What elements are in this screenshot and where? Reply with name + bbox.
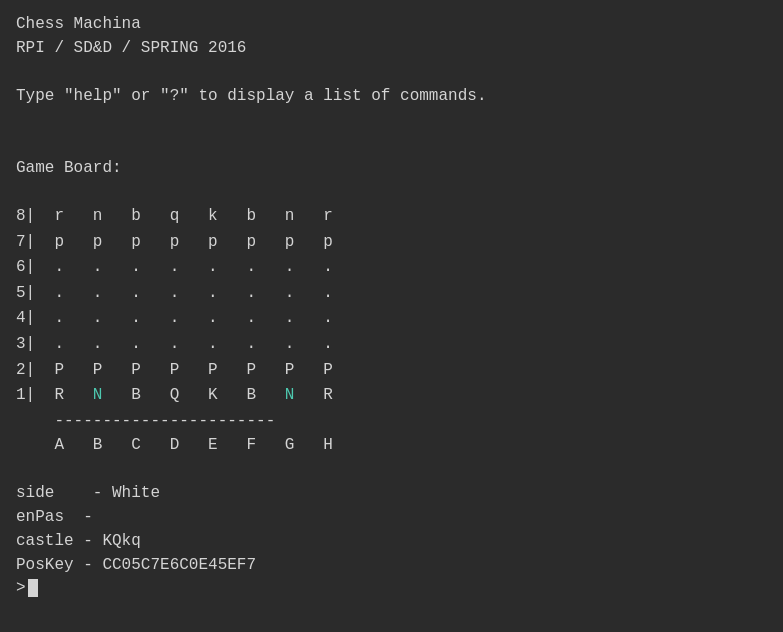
files-line: A B C D E F G H bbox=[16, 433, 767, 457]
knight-cyan-2: N bbox=[285, 386, 295, 404]
knight-cyan-1: N bbox=[93, 386, 103, 404]
game-board-label: Game Board: bbox=[16, 156, 767, 180]
board-row-8: 8| r n b q k b n r bbox=[16, 204, 767, 230]
board-row-5: 5| . . . . . . . . bbox=[16, 281, 767, 307]
help-text: Type "help" or "?" to display a list of … bbox=[16, 84, 767, 108]
subtitle-line: RPI / SD&D / SPRING 2016 bbox=[16, 36, 767, 60]
prompt-line[interactable]: > bbox=[16, 579, 767, 597]
empty-line-3 bbox=[16, 132, 767, 156]
board-row-1: 1| R N B Q K B N R bbox=[16, 383, 767, 409]
board-row-2: 2| P P P P P P P P bbox=[16, 358, 767, 384]
board-row-7: 7| p p p p p p p p bbox=[16, 230, 767, 256]
empty-line-2 bbox=[16, 108, 767, 132]
castle-info: castle - KQkq bbox=[16, 529, 767, 553]
prompt-symbol: > bbox=[16, 579, 26, 597]
empty-line-5 bbox=[16, 457, 767, 481]
side-info: side - White bbox=[16, 481, 767, 505]
board-row-3: 3| . . . . . . . . bbox=[16, 332, 767, 358]
poskey-info: PosKey - CC05C7E6C0E45EF7 bbox=[16, 553, 767, 577]
title-line: Chess Machina bbox=[16, 12, 767, 36]
terminal: Chess Machina RPI / SD&D / SPRING 2016 T… bbox=[16, 12, 767, 620]
board-row-6: 6| . . . . . . . . bbox=[16, 255, 767, 281]
enpas-info: enPas - bbox=[16, 505, 767, 529]
divider-line: ----------------------- bbox=[16, 409, 767, 433]
empty-line-1 bbox=[16, 60, 767, 84]
empty-line-4 bbox=[16, 180, 767, 204]
board-row-4: 4| . . . . . . . . bbox=[16, 306, 767, 332]
cursor bbox=[28, 579, 38, 597]
